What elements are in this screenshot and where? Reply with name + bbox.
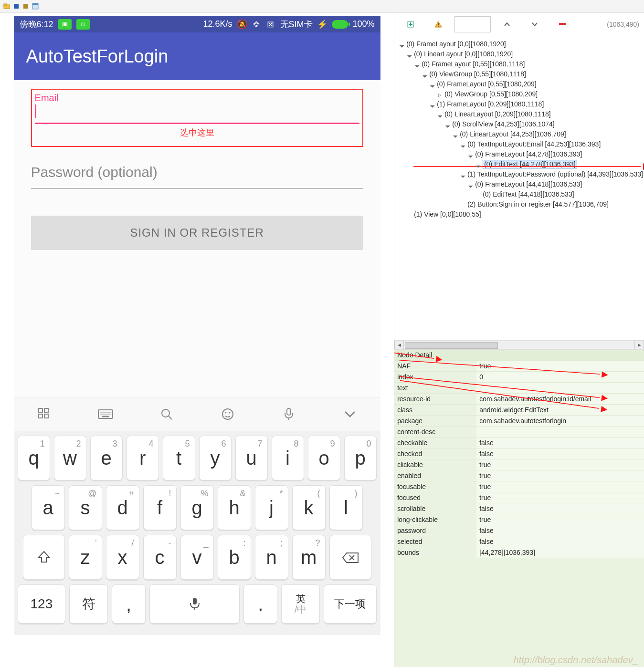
email-field[interactable]: [35, 104, 359, 124]
svg-rect-1: [4, 4, 7, 5]
tree-node[interactable]: (0) FrameLayout [0,55][1080,209]: [395, 79, 643, 89]
tree-node[interactable]: (0) LinearLayout [44,253][1036,709]: [395, 129, 643, 139]
tree-node[interactable]: (0) FrameLayout [0,55][1080,1118]: [395, 59, 643, 69]
svg-rect-7: [39, 408, 42, 412]
tree-node[interactable]: (0) TextInputLayout:Email [44,253][1036,…: [395, 139, 643, 149]
tree-node[interactable]: (2) Button:Sign in or register [44,577][…: [395, 199, 643, 209]
key-x[interactable]: /x: [106, 535, 139, 580]
key-next[interactable]: 下一项: [324, 584, 376, 624]
key-shift[interactable]: [23, 535, 65, 580]
device-dump-compressed-icon[interactable]: [22, 2, 30, 10]
key-j[interactable]: *j: [255, 485, 288, 530]
key-period[interactable]: .: [243, 584, 277, 624]
key-h[interactable]: &h: [218, 485, 251, 530]
mute-icon: 🔕: [237, 20, 247, 29]
ime-keyboard-icon[interactable]: [97, 406, 114, 423]
tree-node[interactable]: (0) LinearLayout [0,209][1080,1118]: [395, 109, 643, 119]
ime-grid-icon[interactable]: [36, 406, 53, 423]
delete-icon[interactable]: [551, 16, 574, 33]
svg-point-18: [225, 412, 226, 414]
tree-node[interactable]: (0) EditText [44,418][1036,533]: [395, 189, 643, 199]
collapse-up-icon[interactable]: [496, 16, 518, 33]
ime-search-icon[interactable]: [158, 406, 175, 423]
window-icon[interactable]: [32, 2, 39, 10]
expand-all-icon[interactable]: [399, 16, 422, 33]
key-s[interactable]: @s: [69, 485, 102, 530]
key-space[interactable]: [149, 584, 240, 624]
key-b[interactable]: :b: [218, 535, 251, 580]
key-backspace[interactable]: [329, 535, 371, 580]
ui-hierarchy-tree[interactable]: ────────────────────────────► (0) FrameL…: [394, 36, 644, 340]
svg-rect-8: [44, 408, 48, 412]
node-detail-row: focusabletrue: [394, 481, 644, 492]
selected-element-overlay[interactable]: Email 选中这里: [31, 89, 363, 147]
node-detail-row: selectedfalse: [394, 536, 644, 547]
tree-node[interactable]: (1) View [0,0][1080,55]: [395, 209, 643, 219]
key-g[interactable]: %g: [180, 485, 214, 530]
key-comma[interactable]: ,: [112, 584, 146, 624]
scroll-left-icon[interactable]: ◀: [394, 341, 404, 349]
key-n[interactable]: ;n: [255, 535, 288, 580]
key-z[interactable]: 'z: [69, 535, 102, 580]
tree-node[interactable]: (0) LinearLayout [0,0][1080,1920]: [395, 49, 643, 59]
key-language[interactable]: 英/中: [281, 584, 320, 624]
statusbar-netspeed: 12.6K/s: [203, 19, 232, 29]
tree-node[interactable]: (0) FrameLayout [0,0][1080,1920]: [395, 39, 643, 49]
tree-node[interactable]: (0) FrameLayout [44,278][1036,393]: [395, 149, 643, 159]
ime-toolbar: [14, 397, 380, 431]
right-toolbar: (1063,490): [394, 13, 644, 36]
key-123[interactable]: 123: [18, 584, 66, 624]
ime-emoji-icon[interactable]: [219, 406, 236, 423]
tree-node[interactable]: (0) ViewGroup [0,55][1080,1118]: [395, 69, 643, 79]
password-placeholder: Password (optional): [31, 164, 158, 180]
open-folder-icon[interactable]: [3, 2, 11, 10]
key-q[interactable]: 1q: [18, 436, 50, 480]
tree-node[interactable]: (1) FrameLayout [0,209][1080,1118]: [395, 99, 643, 109]
watermark: http://blog.csdn.net/sahadev_: [514, 655, 638, 666]
scroll-right-icon[interactable]: ▶: [634, 341, 644, 349]
key-l[interactable]: )l: [329, 485, 363, 530]
key-f[interactable]: !f: [143, 485, 177, 530]
expand-down-icon[interactable]: [523, 16, 546, 33]
tree-node[interactable]: (0) ViewGroup [0,55][1080,209]: [395, 89, 643, 99]
node-detail-row: clickabletrue: [394, 459, 644, 470]
ime-voice-icon[interactable]: [280, 406, 297, 423]
key-v[interactable]: _v: [180, 535, 214, 580]
key-o[interactable]: 9o: [308, 436, 340, 480]
node-detail-row: checkedfalse: [394, 448, 644, 459]
ime-collapse-icon[interactable]: [341, 406, 359, 423]
tree-node[interactable]: (0) EditText [44,278][1036,393]: [395, 159, 643, 169]
device-dump-icon[interactable]: [12, 2, 20, 10]
key-u[interactable]: 7u: [235, 436, 268, 480]
node-detail-row: NAFtrue: [394, 361, 644, 372]
node-detail-row: packagecom.sahadev.autotestforlogin: [394, 416, 644, 427]
key-a[interactable]: ~a: [32, 485, 65, 530]
wifi-icon: [252, 20, 261, 29]
tree-node[interactable]: (1) TextInputLayout:Password (optional) …: [395, 169, 643, 179]
key-i[interactable]: 8i: [272, 436, 304, 480]
key-symbols[interactable]: 符: [69, 584, 108, 624]
node-detail-row: classandroid.widget.EditText: [394, 405, 644, 416]
key-w[interactable]: 2w: [54, 436, 86, 480]
tree-horizontal-scrollbar[interactable]: ◀ ▶: [394, 340, 644, 350]
warning-icon[interactable]: [427, 16, 450, 33]
key-c[interactable]: -c: [143, 535, 177, 580]
node-detail-row: long-clickabletrue: [394, 514, 644, 525]
svg-point-15: [162, 409, 169, 417]
app-toolbar: [0, 0, 644, 13]
statusbar-time: 傍晚6:12: [20, 19, 53, 30]
key-e[interactable]: 3e: [90, 436, 123, 480]
node-detail-row: text: [394, 383, 644, 394]
key-r[interactable]: 4r: [127, 436, 159, 480]
search-input[interactable]: [454, 16, 491, 32]
key-k[interactable]: (k: [292, 485, 326, 530]
key-t[interactable]: 5t: [163, 436, 195, 480]
signin-button[interactable]: SIGN IN OR REGISTER: [31, 216, 363, 250]
password-field[interactable]: Password (optional): [31, 164, 363, 189]
tree-node[interactable]: (0) ScrollView [44,253][1036,1074]: [395, 119, 643, 129]
tree-node[interactable]: (0) FrameLayout [44,418][1036,533]: [395, 179, 643, 189]
key-p[interactable]: 0p: [344, 436, 377, 480]
key-d[interactable]: #d: [106, 485, 139, 530]
key-y[interactable]: 6y: [199, 436, 232, 480]
key-m[interactable]: ?m: [292, 535, 326, 580]
